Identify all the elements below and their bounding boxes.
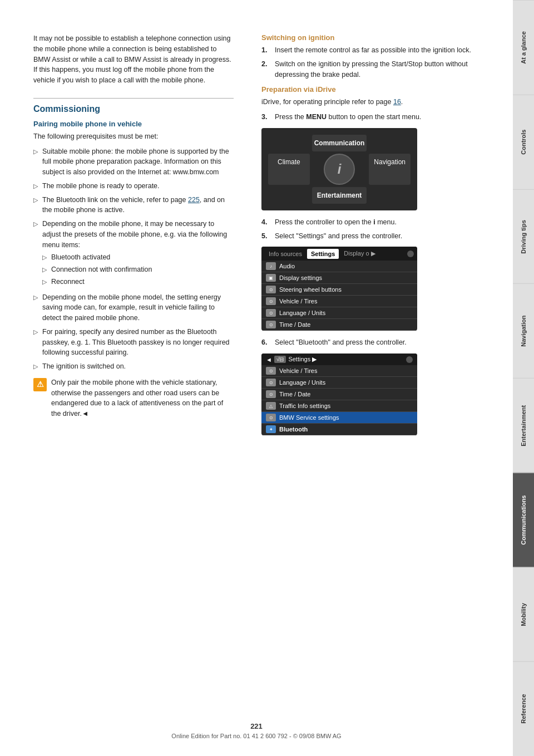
page-link[interactable]: 225 xyxy=(188,196,200,204)
sidebar-tab-entertainment[interactable]: Entertainment xyxy=(513,378,534,473)
bt-checkmark-icon: √⊟ xyxy=(274,356,286,363)
prereq-text: The following prerequisites must be met: xyxy=(33,131,234,142)
bullet-arrow: ▷ xyxy=(33,293,38,302)
list-item: ▷ Suitable mobile phone: the mobile phon… xyxy=(33,146,234,178)
sidebar-tab-driving-tips[interactable]: Driving tips xyxy=(513,189,534,284)
list-item: ▷ Depending on the mobile phone model, t… xyxy=(33,292,234,323)
bullet-text: The Bluetooth link on the vehicle, refer… xyxy=(42,195,234,216)
bullet-arrow: ▷ xyxy=(42,265,47,274)
display-icon: ▣ xyxy=(266,274,276,282)
steering-icon: ⊙ xyxy=(266,286,276,293)
settings-item-language: ⊙ Language / Units xyxy=(261,307,417,319)
sidebar-tab-at-a-glance[interactable]: At a glance xyxy=(513,0,534,95)
settings-item-audio: ♪ Audio xyxy=(261,261,417,272)
bullet-arrow: ▷ xyxy=(33,195,38,205)
item-label: Language / Units xyxy=(279,310,325,316)
bt-bmw-icon: ⊙ xyxy=(266,414,276,421)
switching-steps: 1. Insert the remote control as far as p… xyxy=(261,45,496,80)
step-number: 6. xyxy=(261,337,270,348)
intro-text: It may not be possible to establish a te… xyxy=(33,33,234,86)
step-text: Select "Bluetooth" and press the control… xyxy=(275,337,407,348)
sidebar-tab-reference[interactable]: Reference xyxy=(513,661,534,756)
prep-steps-cont: 4. Press the controller to open the i me… xyxy=(261,217,496,242)
bt-item-bmwservice: ⊙ BMW Service settings xyxy=(261,412,417,424)
bt-item-language: ⊙ Language / Units xyxy=(261,377,417,389)
prep-heading: Preparation via iDrive xyxy=(261,85,496,94)
bluetooth-menu-screenshot: ◄ √⊟ Settings ▶ ⊙ Vehicle / Tires ⊙ Lang… xyxy=(261,354,496,435)
step-item: 4. Press the controller to open the i me… xyxy=(261,217,496,228)
step-text: Switch on the ignition by pressing the S… xyxy=(275,59,496,80)
tab-settings-active: Settings xyxy=(307,249,339,259)
switching-heading: Switching on ignition xyxy=(261,33,496,42)
bullet-text: The mobile phone is ready to operate. xyxy=(42,181,234,192)
list-item: ▷ Connection not with confirmation xyxy=(42,264,234,275)
sub-bullet-text: Reconnect xyxy=(51,277,85,287)
bullet-arrow: ▷ xyxy=(33,181,38,191)
prep-steps-bt: 6. Select "Bluetooth" and press the cont… xyxy=(261,337,496,348)
sub-bullet-text: Connection not with confirmation xyxy=(51,264,152,275)
bullet-text: The ignition is switched on. xyxy=(42,361,234,372)
item-label: Time / Date xyxy=(279,321,310,328)
bullet-text: Depending on the mobile phone, it may be… xyxy=(42,219,234,289)
bt-time-icon: ⊙ xyxy=(266,390,276,398)
prep-intro: iDrive, for operating principle refer to… xyxy=(261,97,496,107)
bt-language-icon: ⊙ xyxy=(266,379,276,386)
list-item: ▷ The ignition is switched on. xyxy=(33,361,234,372)
step-text: Insert the remote control as far as poss… xyxy=(275,45,471,56)
time-icon: ⊙ xyxy=(266,321,276,328)
sidebar-tab-communications[interactable]: Communications xyxy=(513,473,534,567)
tab-display: Display o ▶ xyxy=(340,248,379,259)
sidebar-tab-mobility[interactable]: Mobility xyxy=(513,567,534,662)
step-number: 4. xyxy=(261,217,270,228)
bt-item-label: Traffic Info settings xyxy=(279,402,330,409)
step-item: 6. Select "Bluetooth" and press the cont… xyxy=(261,337,496,348)
settings-item-display: ▣ Display settings xyxy=(261,272,417,284)
idrive-controller-icon: i xyxy=(324,154,355,185)
bullet-arrow: ▷ xyxy=(33,147,38,156)
page-link-16[interactable]: 16 xyxy=(393,98,401,106)
tab-info-sources: Info sources xyxy=(265,249,306,259)
footer-text: Online Edition for Part no. 01 41 2 600 … xyxy=(0,733,513,739)
item-label: Steering wheel buttons xyxy=(279,286,342,293)
prerequisites-list: ▷ Suitable mobile phone: the mobile phon… xyxy=(33,146,234,372)
bullet-text: Depending on the mobile phone model, the… xyxy=(42,292,234,323)
bt-item-label: Bluetooth xyxy=(279,426,308,433)
bt-item-label: Language / Units xyxy=(279,379,325,386)
menu-climate: Climate xyxy=(268,154,310,185)
sidebar-tab-navigation[interactable]: Navigation xyxy=(513,283,534,378)
step-item: 1. Insert the remote control as far as p… xyxy=(261,45,496,56)
bullet-arrow: ▷ xyxy=(42,253,47,262)
step-text: Select "Settings" and press the controll… xyxy=(275,231,402,242)
bt-item-label: BMW Service settings xyxy=(279,414,339,421)
step-text: Press the controller to open the i menu. xyxy=(275,217,397,228)
settings-menu-screenshot: Info sources Settings Display o ▶ ♪ Audi… xyxy=(261,247,496,331)
bt-item-time: ⊙ Time / Date xyxy=(261,389,417,400)
commissioning-heading: Commissioning xyxy=(33,104,234,114)
step-item: 5. Select "Settings" and press the contr… xyxy=(261,231,496,242)
bt-item-vehicle: ⊙ Vehicle / Tires xyxy=(261,365,417,377)
sub-bullet-list: ▷ Bluetooth activated ▷ Connection not w… xyxy=(42,252,234,287)
sidebar: At a glance Controls Driving tips Naviga… xyxy=(513,0,534,756)
sidebar-tab-controls[interactable]: Controls xyxy=(513,95,534,189)
warning-box: ⚠ Only pair the mobile phone with the ve… xyxy=(33,377,234,419)
prep-steps: 3. Press the MENU button to open the sta… xyxy=(261,112,496,122)
item-label: Vehicle / Tires xyxy=(279,298,317,305)
warning-icon: ⚠ xyxy=(33,378,47,391)
language-icon: ⊙ xyxy=(266,309,276,317)
vehicle-icon: ⊙ xyxy=(266,297,276,305)
pairing-heading: Pairing mobile phone in vehicle xyxy=(33,120,234,128)
menu-dot-icon xyxy=(407,251,414,257)
list-item: ▷ Reconnect xyxy=(42,277,234,287)
settings-item-vehicle: ⊙ Vehicle / Tires xyxy=(261,296,417,307)
menu-entertainment: Entertainment xyxy=(312,187,367,204)
settings-item-time: ⊙ Time / Date xyxy=(261,319,417,331)
bullet-arrow: ▷ xyxy=(33,362,38,371)
list-item: ▷ For pairing, specify any desired numbe… xyxy=(33,327,234,358)
warning-text: Only pair the mobile phone with the vehi… xyxy=(51,377,234,419)
bt-dot-icon xyxy=(406,356,413,363)
step-text: Press the MENU button to open the start … xyxy=(275,112,421,122)
bt-item-label: Vehicle / Tires xyxy=(279,367,317,374)
page-number: 221 xyxy=(0,722,513,730)
bt-traffic-icon: △ xyxy=(266,402,276,410)
step-number: 3. xyxy=(261,112,270,122)
